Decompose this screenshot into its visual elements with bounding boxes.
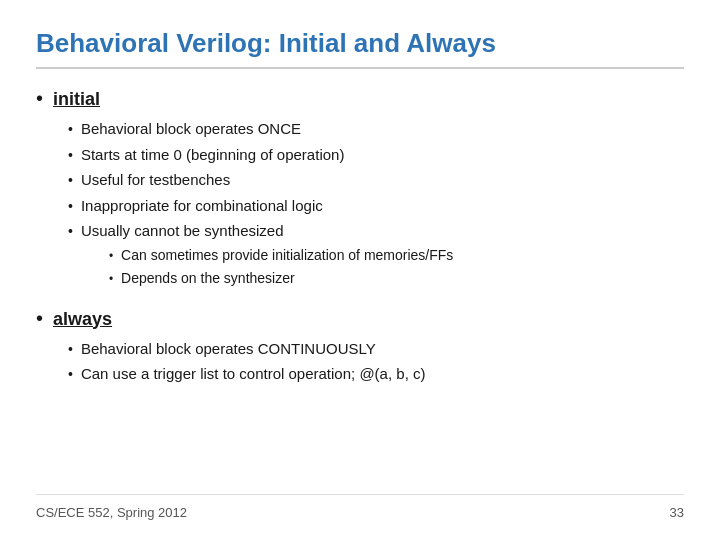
item-text: Inappropriate for combinational logic (81, 195, 323, 218)
list-item: • Behavioral block operates CONTINUOUSLY (68, 338, 684, 361)
item-text: Behavioral block operates ONCE (81, 118, 301, 141)
footer-page-number: 33 (670, 505, 684, 520)
item-text: Can sometimes provide initialization of … (121, 245, 453, 266)
list-item: • Can use a trigger list to control oper… (68, 363, 684, 386)
item-text: Useful for testbenches (81, 169, 230, 192)
bullet-dot: • (68, 172, 73, 188)
list-item: • Useful for testbenches (68, 169, 684, 192)
always-main-bullet: • always (36, 307, 684, 330)
slide-title: Behavioral Verilog: Initial and Always (36, 28, 684, 69)
initial-bullet-dot: • (36, 87, 43, 110)
bullet-dot: • (68, 147, 73, 163)
list-item: • Starts at time 0 (beginning of operati… (68, 144, 684, 167)
list-item: • Can sometimes provide initialization o… (109, 245, 453, 266)
list-item: • Usually cannot be synthesized • Can so… (68, 220, 684, 289)
always-label: always (53, 309, 112, 330)
item-text: Usually cannot be synthesized (81, 222, 284, 239)
item-text: Depends on the synthesizer (121, 268, 295, 289)
bullet-dot: • (68, 341, 73, 357)
item-text: Can use a trigger list to control operat… (81, 363, 426, 386)
footer-course: CS/ECE 552, Spring 2012 (36, 505, 187, 520)
always-section: • always • Behavioral block operates CON… (36, 307, 684, 386)
item-text: Behavioral block operates CONTINUOUSLY (81, 338, 376, 361)
initial-sub-list: • Behavioral block operates ONCE • Start… (68, 118, 684, 289)
list-item: • Inappropriate for combinational logic (68, 195, 684, 218)
bullet-dot: • (68, 198, 73, 214)
list-item: • Depends on the synthesizer (109, 268, 453, 289)
bullet-dot: • (68, 121, 73, 137)
list-item: • Behavioral block operates ONCE (68, 118, 684, 141)
slide-content: • initial • Behavioral block operates ON… (36, 87, 684, 494)
bullet-dot: • (109, 249, 113, 263)
initial-label: initial (53, 89, 100, 110)
sub-sub-list: • Can sometimes provide initialization o… (109, 245, 453, 289)
slide-footer: CS/ECE 552, Spring 2012 33 (36, 494, 684, 520)
bullet-dot: • (68, 223, 73, 239)
slide: Behavioral Verilog: Initial and Always •… (0, 0, 720, 540)
bullet-dot: • (109, 272, 113, 286)
item-text: Starts at time 0 (beginning of operation… (81, 144, 344, 167)
always-sub-list: • Behavioral block operates CONTINUOUSLY… (68, 338, 684, 386)
initial-section: • initial • Behavioral block operates ON… (36, 87, 684, 289)
bullet-dot: • (68, 366, 73, 382)
initial-main-bullet: • initial (36, 87, 684, 110)
always-bullet-dot: • (36, 307, 43, 330)
